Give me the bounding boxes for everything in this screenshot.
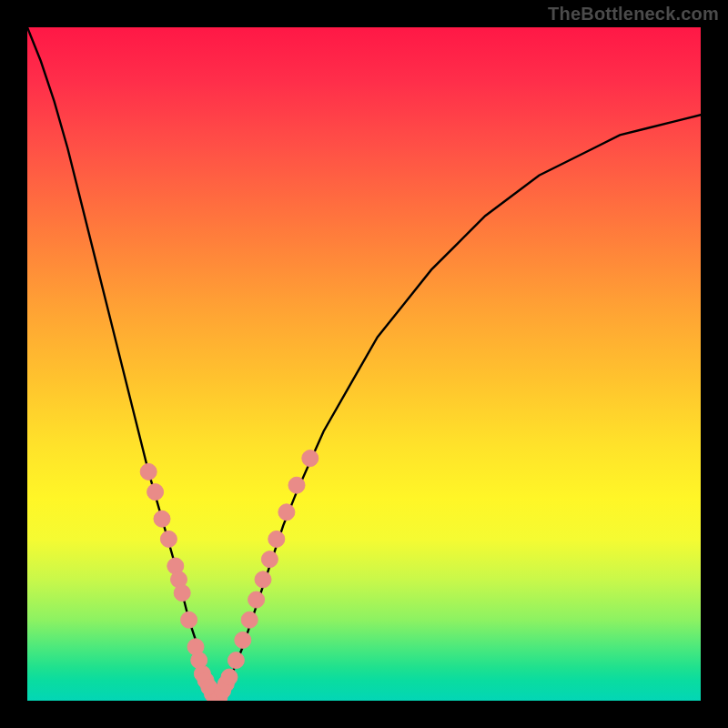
bottleneck-curve <box>27 27 701 701</box>
curve-marker <box>174 585 190 602</box>
curve-marker <box>248 592 265 608</box>
curve-marker <box>221 669 238 685</box>
curve-marker <box>154 511 170 527</box>
curve-marker <box>302 450 318 467</box>
watermark-text: TheBottleneck.com <box>548 4 719 25</box>
curve-marker <box>288 477 305 493</box>
curve-marker <box>241 612 258 628</box>
curve-marker <box>181 612 197 628</box>
chart-frame: TheBottleneck.com <box>0 0 728 728</box>
curve-layer <box>27 27 701 701</box>
curve-marker <box>140 463 157 480</box>
plot-area <box>27 27 701 701</box>
curve-marker <box>255 571 271 588</box>
curve-marker <box>160 531 177 547</box>
curve-marker <box>235 632 251 648</box>
curve-marker <box>228 652 244 669</box>
curve-marker <box>261 551 278 568</box>
curve-markers <box>140 450 318 701</box>
curve-marker <box>278 504 295 521</box>
curve-marker <box>147 484 164 500</box>
curve-marker <box>268 531 285 547</box>
